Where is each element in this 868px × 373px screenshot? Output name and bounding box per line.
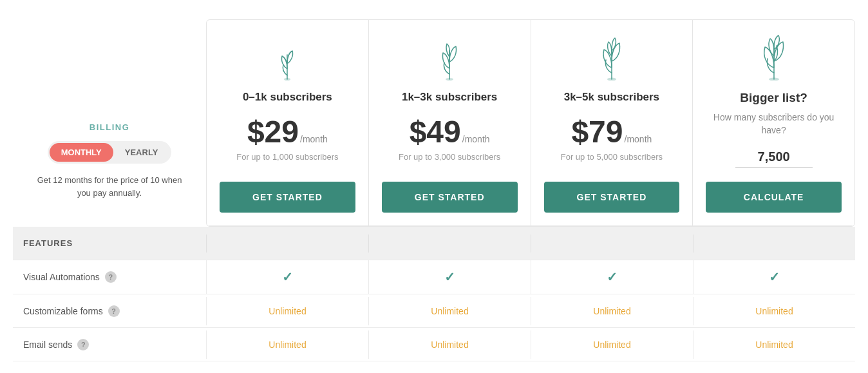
plan-header-0-1k: 0–1k subscribers $29 /month For up to 1,… — [207, 20, 368, 226]
plant-icon-md — [435, 35, 464, 81]
feature-row-visual-automations: Visual Automations ? ✓ ✓ ✓ ✓ — [13, 260, 855, 294]
unlimited-text: Unlimited — [431, 306, 468, 316]
svg-point-1 — [284, 78, 290, 81]
plan-header-3-5k: 3k–5k subscribers $79 /month For up to 5… — [531, 20, 693, 226]
unlimited-text: Unlimited — [755, 340, 793, 350]
check-icon: ✓ — [444, 269, 455, 285]
feature-val-es-col1: Unlimited — [206, 330, 368, 359]
price-amount-3-5k: $79 — [571, 114, 623, 149]
plan-col-0-1k: 0–1k subscribers $29 /month For up to 1,… — [207, 20, 369, 226]
bigger-list-title: Bigger list? — [740, 91, 807, 105]
plan-col-3-5k: 3k–5k subscribers $79 /month For up to 5… — [531, 20, 693, 226]
get-started-0-1k[interactable]: GET STARTED — [220, 182, 355, 213]
monthly-toggle[interactable]: MONTHLY — [50, 143, 113, 162]
feature-row-email-sends: Email sends ? Unlimited Unlimited Unlimi… — [13, 328, 855, 361]
bigger-list-header: Bigger list? How many subscribers do you… — [693, 20, 854, 226]
unlimited-text: Unlimited — [593, 306, 630, 316]
feature-val-es-col3: Unlimited — [531, 330, 693, 359]
features-header-col4 — [693, 234, 855, 253]
billing-note: Get 12 months for the price of 10 when y… — [32, 174, 187, 199]
plan-sub-0-1k: For up to 1,000 subscribers — [236, 152, 338, 162]
price-amount-0-1k: $29 — [247, 114, 299, 149]
plan-col-1-3k: 1k–3k subscribers $49 /month For up to 3… — [369, 20, 531, 226]
unlimited-text: Unlimited — [269, 340, 306, 350]
unlimited-text: Unlimited — [593, 340, 630, 350]
billing-toggle: MONTHLY YEARLY — [48, 141, 172, 164]
features-section-label: FEATURES — [13, 229, 206, 257]
features-table: FEATURES Visual Automations ? ✓ ✓ ✓ ✓ — [13, 227, 855, 361]
check-icon: ✓ — [769, 269, 780, 285]
svg-point-3 — [446, 78, 453, 81]
price-amount-1-3k: $49 — [410, 114, 461, 149]
feature-name-visual-automations: Visual Automations ? — [13, 262, 206, 292]
plan-sub-1-3k: For up to 3,000 subscribers — [399, 152, 500, 162]
features-header-col2 — [368, 234, 531, 253]
svg-point-5 — [607, 78, 616, 81]
billing-label: BILLING — [90, 122, 130, 132]
feature-val-cf-col2: Unlimited — [368, 297, 531, 325]
calculate-button[interactable]: CALCULATE — [706, 182, 842, 213]
pricing-section: BILLING MONTHLY YEARLY Get 12 months for… — [13, 19, 855, 227]
price-period-3-5k: /month — [625, 134, 652, 144]
features-header-col1 — [206, 234, 368, 253]
unlimited-text: Unlimited — [269, 306, 306, 316]
feature-val-va-col2: ✓ — [368, 260, 531, 294]
check-icon: ✓ — [607, 269, 618, 285]
unlimited-text: Unlimited — [755, 306, 793, 316]
subscriber-count-input[interactable] — [735, 147, 813, 168]
info-icon-visual-automations[interactable]: ? — [105, 271, 117, 283]
plan-price-0-1k: $29 /month — [247, 114, 328, 149]
bigger-list-sub: How many subscribers do you have? — [706, 111, 842, 137]
plan-title-1-3k: 1k–3k subscribers — [402, 91, 497, 104]
get-started-1-3k[interactable]: GET STARTED — [382, 182, 518, 213]
feature-val-cf-col1: Unlimited — [206, 297, 368, 325]
plan-title-0-1k: 0–1k subscribers — [243, 91, 332, 104]
get-started-3-5k[interactable]: GET STARTED — [544, 182, 680, 213]
plant-icon-sm — [276, 35, 299, 81]
plans-grid: 0–1k subscribers $29 /month For up to 1,… — [206, 19, 855, 227]
feature-val-va-col1: ✓ — [206, 260, 368, 294]
feature-name-customizable-forms: Customizable forms ? — [13, 296, 206, 326]
feature-val-es-col4: Unlimited — [693, 330, 855, 359]
features-header-row: FEATURES — [13, 227, 855, 260]
plant-icon-xl — [755, 35, 793, 81]
price-period-1-3k: /month — [462, 134, 490, 144]
billing-sidebar: BILLING MONTHLY YEARLY Get 12 months for… — [13, 19, 206, 212]
feature-val-va-col3: ✓ — [531, 260, 693, 294]
features-header-col3 — [531, 234, 693, 253]
info-icon-customizable-forms[interactable]: ? — [108, 305, 120, 317]
check-icon: ✓ — [282, 269, 293, 285]
price-period-0-1k: /month — [300, 134, 328, 144]
svg-point-7 — [769, 78, 779, 81]
feature-val-cf-col4: Unlimited — [693, 297, 855, 325]
plan-price-1-3k: $49 /month — [410, 114, 490, 149]
plan-col-bigger: Bigger list? How many subscribers do you… — [693, 20, 854, 226]
plan-price-3-5k: $79 /month — [571, 114, 652, 149]
unlimited-text: Unlimited — [431, 340, 468, 350]
feature-val-va-col4: ✓ — [693, 260, 855, 294]
page-wrapper: BILLING MONTHLY YEARLY Get 12 months for… — [0, 0, 868, 373]
plant-icon-lg — [595, 35, 628, 81]
plan-header-1-3k: 1k–3k subscribers $49 /month For up to 3… — [369, 20, 531, 226]
feature-val-cf-col3: Unlimited — [531, 297, 693, 325]
feature-row-customizable-forms: Customizable forms ? Unlimited Unlimited… — [13, 294, 855, 328]
feature-name-email-sends: Email sends ? — [13, 330, 206, 359]
yearly-toggle[interactable]: YEARLY — [113, 143, 170, 162]
feature-val-es-col2: Unlimited — [368, 330, 531, 359]
plan-title-3-5k: 3k–5k subscribers — [564, 91, 659, 104]
info-icon-email-sends[interactable]: ? — [77, 339, 89, 350]
plan-sub-3-5k: For up to 5,000 subscribers — [561, 152, 663, 162]
